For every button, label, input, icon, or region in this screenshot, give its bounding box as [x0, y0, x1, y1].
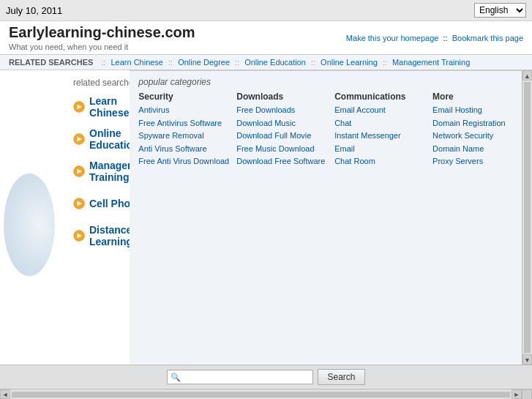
- link-online-education[interactable]: Online Education: [89, 127, 130, 151]
- list-item: Management Training: [73, 160, 130, 183]
- link-network-security[interactable]: Network Security: [432, 130, 523, 143]
- popular-label: popular categories: [138, 77, 523, 87]
- popular-section: popular categories Security Antivirus Fr…: [130, 70, 532, 365]
- search-icon: 🔍: [171, 373, 181, 382]
- nav-item-online-learning[interactable]: Online Learning: [321, 58, 378, 67]
- arrow-icon: [73, 133, 85, 145]
- site-subtitle: What you need, when you need it: [9, 42, 195, 51]
- header-links: Make this your homepage :: Bookmark this…: [346, 34, 523, 42]
- center-content: related searches Learn Chinese: [59, 70, 130, 365]
- left-decoration: [0, 70, 59, 365]
- list-item: Online Education: [73, 127, 130, 151]
- h-scroll-thumb[interactable]: [12, 392, 510, 398]
- col-title-security: Security: [138, 92, 229, 102]
- list-item: Learn Chinese: [73, 95, 130, 119]
- arrow-icon: [73, 165, 85, 177]
- bottom-bar: 🔍 Search: [0, 365, 532, 389]
- col-title-more: More: [432, 92, 523, 102]
- language-select[interactable]: EnglishSpanishFrenchGermanChinese: [474, 3, 526, 18]
- link-proxy-servers[interactable]: Proxy Servers: [432, 155, 523, 168]
- link-email[interactable]: Email: [334, 143, 425, 156]
- search-box: 🔍: [167, 370, 313, 384]
- link-download-free-software[interactable]: Download Free Software: [236, 155, 327, 168]
- scroll-right-button[interactable]: ►: [512, 389, 522, 399]
- link-anti-virus-software[interactable]: Anti Virus Software: [138, 143, 229, 156]
- link-learn-chinese[interactable]: Learn Chinese: [89, 95, 130, 119]
- horizontal-scrollbar: ◄ ►: [0, 389, 532, 399]
- link-email-hosting[interactable]: Email Hosting: [432, 104, 523, 117]
- link-email-account[interactable]: Email Account: [334, 104, 425, 117]
- list-item: Distance Learning: [73, 224, 130, 247]
- link-instant-messenger[interactable]: Instant Messenger: [334, 130, 425, 143]
- popular-col-more: More Email Hosting Domain Registration N…: [432, 92, 523, 168]
- window-frame: related searches Learn Chinese: [0, 70, 532, 365]
- scroll-thumb[interactable]: [524, 82, 531, 353]
- popular-col-security: Security Antivirus Free Antivirus Softwa…: [138, 92, 229, 168]
- link-management-training[interactable]: Management Training: [89, 160, 130, 183]
- link-spyware-removal[interactable]: Spyware Removal: [138, 130, 229, 143]
- h-scroll-track: ◄ ►: [0, 389, 522, 399]
- homepage-link[interactable]: Make this your homepage: [346, 34, 439, 42]
- link-cell-phone[interactable]: Cell Phone: [89, 198, 130, 209]
- header-bar: Earlylearning-chinese.com What you need,…: [0, 21, 532, 55]
- nav-item-management-training[interactable]: Management Training: [392, 58, 470, 67]
- link-download-full-movie[interactable]: Download Full Movie: [236, 130, 327, 143]
- arrow-icon: [73, 101, 85, 113]
- site-branding: Earlylearning-chinese.com What you need,…: [9, 24, 195, 51]
- nav-item-learn-chinese[interactable]: Learn Chinese: [110, 58, 163, 67]
- search-button[interactable]: Search: [318, 369, 364, 385]
- scroll-down-button[interactable]: ▼: [522, 354, 532, 365]
- related-searches-section-label: related searches: [73, 78, 130, 88]
- top-bar: July 10, 2011 EnglishSpanishFrenchGerman…: [0, 0, 532, 21]
- scroll-up-button[interactable]: ▲: [522, 70, 532, 81]
- circle-deco-left: [4, 174, 55, 276]
- link-download-music[interactable]: Download Music: [236, 117, 327, 130]
- col-title-communications: Communications: [334, 92, 425, 102]
- link-free-anti-virus-download[interactable]: Free Anti Virus Download: [138, 155, 229, 168]
- scroll-left-button[interactable]: ◄: [0, 389, 10, 399]
- link-distance-learning[interactable]: Distance Learning: [89, 224, 130, 247]
- arrow-icon: [73, 198, 85, 209]
- top-bar-right: EnglishSpanishFrenchGermanChinese: [474, 3, 526, 18]
- link-free-downloads[interactable]: Free Downloads: [236, 104, 327, 117]
- vertical-scrollbar: ▲ ▼: [522, 70, 532, 365]
- arrow-icon: [73, 230, 85, 242]
- link-antivirus[interactable]: Antivirus: [138, 104, 229, 117]
- link-free-antivirus[interactable]: Free Antivirus Software: [138, 117, 229, 130]
- related-searches-label: RELATED SEARCHES: [9, 58, 93, 67]
- content-area: related searches Learn Chinese: [0, 70, 130, 365]
- list-item: Cell Phone: [73, 192, 130, 215]
- search-input[interactable]: [183, 372, 300, 382]
- link-domain-name[interactable]: Domain Name: [432, 143, 523, 156]
- nav-item-online-education[interactable]: Online Education: [244, 58, 306, 67]
- nav-item-online-degree[interactable]: Online Degree: [178, 58, 230, 67]
- link-domain-registration[interactable]: Domain Registration: [432, 117, 523, 130]
- main-content: related searches Learn Chinese: [0, 70, 532, 399]
- popular-col-communications: Communications Email Account Chat Instan…: [334, 92, 425, 168]
- col-title-downloads: Downloads: [236, 92, 327, 102]
- nav-bar: RELATED SEARCHES :: Learn Chinese :: Onl…: [0, 55, 532, 70]
- link-chat-room[interactable]: Chat Room: [334, 155, 425, 168]
- link-chat[interactable]: Chat: [334, 117, 425, 130]
- date-label: July 10, 2011: [6, 5, 62, 16]
- popular-col-downloads: Downloads Free Downloads Download Music …: [236, 92, 327, 168]
- popular-grid: Security Antivirus Free Antivirus Softwa…: [138, 92, 523, 168]
- bookmark-link[interactable]: Bookmark this page: [452, 34, 523, 42]
- links-grid: Learn Chinese Online Degree: [73, 95, 130, 247]
- link-free-music-download[interactable]: Free Music Download: [236, 143, 327, 156]
- site-title: Earlylearning-chinese.com: [9, 24, 195, 41]
- scrollbar-corner: [522, 389, 532, 400]
